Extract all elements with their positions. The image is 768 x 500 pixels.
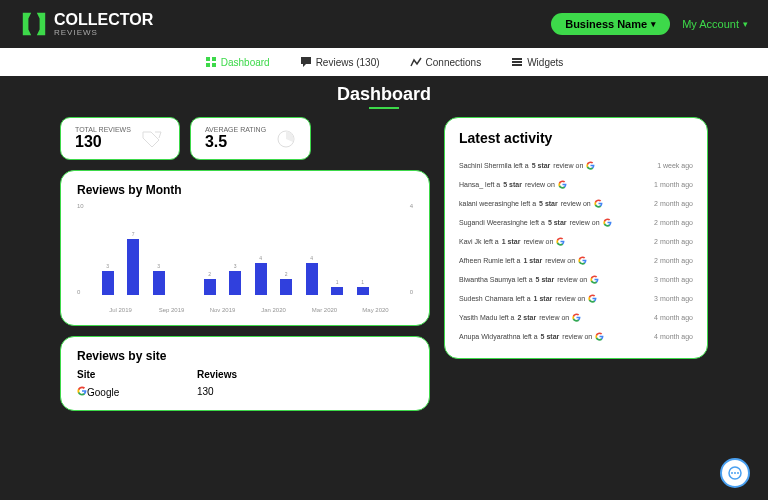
nav-label: Connections — [426, 57, 482, 68]
stat-value: 3.5 — [205, 133, 266, 151]
stat-label: TOTAL REVIEWS — [75, 126, 131, 133]
activity-text: kalani weerasinghe left a 5 star review … — [459, 199, 654, 208]
activity-item[interactable]: Sugandi Weerasinghe left a 5 star review… — [459, 213, 693, 232]
card-title: Latest activity — [459, 130, 693, 146]
nav-label: Dashboard — [221, 57, 270, 68]
activity-time: 4 month ago — [654, 314, 693, 321]
activity-text: Sachini Shermila left a 5 star review on — [459, 161, 657, 170]
nav-reviews[interactable]: Reviews (130) — [300, 56, 380, 68]
activity-time: 3 month ago — [654, 276, 693, 283]
svg-rect-5 — [512, 61, 522, 63]
activity-time: 1 month ago — [654, 181, 693, 188]
activity-item[interactable]: Sachini Shermila left a 5 star review on… — [459, 156, 693, 175]
activity-text: Kavi Jk left a 1 star review on — [459, 237, 654, 246]
reviews-count: 130 — [197, 386, 237, 397]
activity-time: 1 week ago — [657, 162, 693, 169]
pie-icon — [276, 129, 296, 149]
activity-text: Yasith Madu left a 2 star review on — [459, 313, 654, 322]
card-title: Reviews by site — [77, 349, 413, 363]
brand-name: COLLECTOR — [54, 12, 153, 28]
activity-text: Hansa_ left a 5 star review on — [459, 180, 654, 189]
stat-value: 130 — [75, 133, 131, 151]
site-name: Google — [77, 386, 157, 398]
navbar: Dashboard Reviews (130) Connections Widg… — [0, 48, 768, 76]
svg-point-10 — [734, 472, 736, 474]
activity-item[interactable]: Biwantha Saumya left a 5 star review on … — [459, 270, 693, 289]
nav-label: Reviews (130) — [316, 57, 380, 68]
brand-sub: REVIEWS — [54, 28, 153, 37]
reviews-header: Reviews — [197, 369, 237, 380]
svg-point-9 — [731, 472, 733, 474]
business-name-button[interactable]: Business Name ▾ — [551, 13, 670, 35]
activity-time: 2 month ago — [654, 200, 693, 207]
activity-text: Biwantha Saumya left a 5 star review on — [459, 275, 654, 284]
widgets-icon — [511, 56, 523, 68]
activity-item[interactable]: Hansa_ left a 5 star review on 1 month a… — [459, 175, 693, 194]
activity-text: Sudesh Chamara left a 1 star review on — [459, 294, 654, 303]
logo-icon — [20, 10, 48, 38]
svg-rect-4 — [512, 58, 522, 60]
reviews-by-month-card: Reviews by Month 100 40 3732342411 Jul 2… — [60, 170, 430, 326]
chevron-down-icon: ▾ — [651, 19, 656, 29]
tag-icon — [141, 130, 165, 148]
activity-text: Anupa Widyarathna left a 5 star review o… — [459, 332, 654, 341]
site-header: Site — [77, 369, 157, 380]
chevron-down-icon: ▾ — [743, 19, 748, 29]
account-label: My Account — [682, 18, 739, 30]
stat-label: AVERAGE RATING — [205, 126, 266, 133]
activity-text: Sugandi Weerasinghe left a 5 star review… — [459, 218, 654, 227]
activity-item[interactable]: Afheen Rumie left a 1 star review on 2 m… — [459, 251, 693, 270]
chat-icon — [727, 465, 743, 481]
activity-item[interactable]: Kavi Jk left a 1 star review on 2 month … — [459, 232, 693, 251]
activity-item[interactable]: Anupa Widyarathna left a 5 star review o… — [459, 327, 693, 346]
logo[interactable]: COLLECTOR REVIEWS — [20, 10, 153, 38]
chat-button[interactable] — [720, 458, 750, 488]
svg-point-11 — [737, 472, 739, 474]
activity-time: 3 month ago — [654, 295, 693, 302]
svg-rect-2 — [206, 63, 210, 67]
svg-rect-3 — [212, 63, 216, 67]
nav-label: Widgets — [527, 57, 563, 68]
activity-time: 4 month ago — [654, 333, 693, 340]
activity-item[interactable]: Yasith Madu left a 2 star review on 4 mo… — [459, 308, 693, 327]
grid-icon — [205, 56, 217, 68]
avg-rating-card: AVERAGE RATING 3.5 — [190, 117, 311, 160]
svg-rect-6 — [512, 64, 522, 66]
business-name-label: Business Name — [565, 18, 647, 30]
my-account-link[interactable]: My Account ▾ — [682, 18, 748, 30]
total-reviews-card: TOTAL REVIEWS 130 — [60, 117, 180, 160]
activity-item[interactable]: Sudesh Chamara left a 1 star review on 3… — [459, 289, 693, 308]
title-underline — [369, 107, 399, 109]
page-title: Dashboard — [60, 84, 708, 105]
nav-dashboard[interactable]: Dashboard — [205, 56, 270, 68]
activity-item[interactable]: kalani weerasinghe left a 5 star review … — [459, 194, 693, 213]
latest-activity-card: Latest activity Sachini Shermila left a … — [444, 117, 708, 359]
activity-time: 2 month ago — [654, 219, 693, 226]
bar-chart: 100 40 3732342411 Jul 2019Sep 2019Nov 20… — [77, 203, 413, 313]
nav-widgets[interactable]: Widgets — [511, 56, 563, 68]
comment-icon — [300, 56, 312, 68]
reviews-by-site-card: Reviews by site Site Google Reviews 130 — [60, 336, 430, 411]
activity-text: Afheen Rumie left a 1 star review on — [459, 256, 654, 265]
svg-rect-1 — [212, 57, 216, 61]
card-title: Reviews by Month — [77, 183, 413, 197]
activity-time: 2 month ago — [654, 238, 693, 245]
svg-rect-0 — [206, 57, 210, 61]
activity-time: 2 month ago — [654, 257, 693, 264]
nav-connections[interactable]: Connections — [410, 56, 482, 68]
connections-icon — [410, 56, 422, 68]
